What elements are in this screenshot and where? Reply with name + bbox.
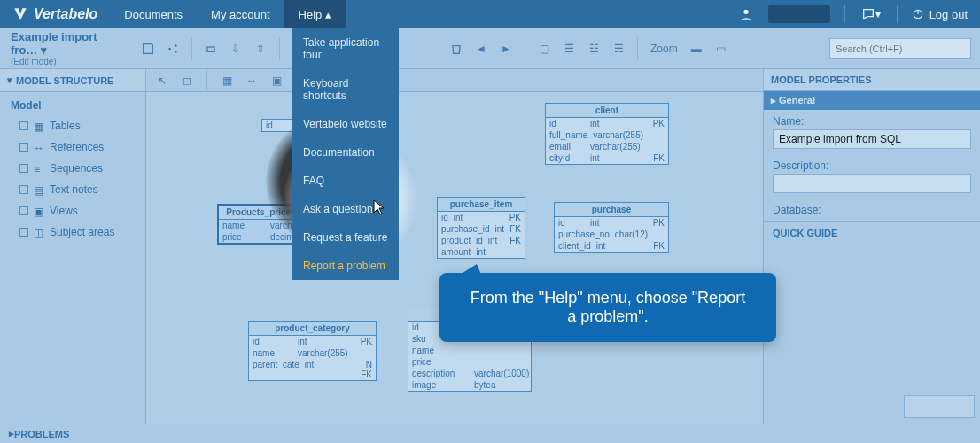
nav-right: ▾ Log out <box>735 3 980 26</box>
prop-db-label: Database: <box>773 204 821 216</box>
right-header: MODEL PROPERTIES <box>764 69 980 91</box>
logout-button[interactable]: Log out <box>912 8 968 21</box>
left-header[interactable]: ▾ MODEL STRUCTURE <box>0 69 145 92</box>
tree-views[interactable]: ▣Views <box>0 200 145 222</box>
entity-purchase[interactable]: purchase idintPK purchase_nochar(12) cli… <box>554 202 669 253</box>
logo-icon <box>12 6 28 22</box>
entity-client[interactable]: client idintPK full_namevarchar(255) ema… <box>545 103 669 165</box>
export-icon[interactable]: ⇩ <box>224 37 247 60</box>
chat-icon[interactable]: ▾ <box>859 3 883 26</box>
table-tool-icon[interactable]: ▦ <box>216 70 237 91</box>
prop-desc: Description: <box>764 154 980 198</box>
minimap[interactable] <box>904 395 975 418</box>
doc-title: Example import fro… <box>11 30 97 57</box>
tree-subjectareas[interactable]: ◫Subject areas <box>0 222 145 243</box>
ref-tool-icon[interactable]: ↔ <box>241 70 262 91</box>
power-icon <box>912 8 924 20</box>
help-faq[interactable]: FAQ <box>292 167 399 195</box>
align2-icon[interactable]: ☰ <box>557 37 580 60</box>
logout-label: Log out <box>929 8 968 21</box>
nav-help-label: Help <box>299 8 323 21</box>
tree-tables[interactable]: ▦Tables <box>0 115 145 136</box>
entity-product-category-title: product_category <box>249 322 376 336</box>
prop-desc-input[interactable] <box>773 174 971 193</box>
entity-product-category[interactable]: product_category idintPK namevarchar(255… <box>248 321 377 381</box>
redo-icon[interactable]: ► <box>494 37 517 60</box>
quick-guide-header[interactable]: QUICK GUIDE <box>764 222 980 244</box>
canvas-toolstrip: ↖ ◻ ▦ ↔ ▣ ◫ <box>146 69 763 92</box>
help-website[interactable]: Vertabelo website <box>292 110 399 138</box>
user-icon[interactable] <box>735 3 758 26</box>
help-shortcuts[interactable]: Keyboard shortcuts <box>292 69 399 110</box>
view-tool-icon[interactable]: ▣ <box>266 70 287 91</box>
prop-name-input[interactable] <box>773 129 971 149</box>
nav-myaccount[interactable]: My account <box>197 0 284 28</box>
brand-text: Vertabelo <box>34 6 97 22</box>
search-input[interactable] <box>829 38 971 59</box>
nav-help[interactable]: Help ▴ <box>284 0 346 28</box>
logo: Vertabelo <box>0 6 110 22</box>
prop-name: Name: <box>764 110 980 154</box>
help-tour[interactable]: Take application tour <box>292 28 399 69</box>
prop-db: Database: <box>764 198 980 222</box>
doc-name[interactable]: Example import fro… ▾ (Edit mode) <box>0 25 133 72</box>
bottom-bar[interactable]: ▸ PROBLEMS <box>0 424 980 443</box>
share-icon[interactable] <box>161 37 184 60</box>
entity-client-title: client <box>546 104 668 118</box>
svg-point-4 <box>175 44 177 47</box>
undo-icon[interactable]: ◄ <box>470 37 493 60</box>
problems-label: PROBLEMS <box>14 429 69 439</box>
prop-desc-label: Description: <box>773 159 828 172</box>
svg-point-0 <box>743 10 748 14</box>
help-report[interactable]: Report a problem <box>292 252 399 280</box>
tree-root[interactable]: Model <box>0 96 145 115</box>
doc-mode: (Edit mode) <box>11 57 122 66</box>
delete-icon[interactable] <box>445 37 468 60</box>
section-general[interactable]: ▸ General <box>764 91 980 110</box>
pointer-tool-icon[interactable]: ↖ <box>152 70 173 91</box>
svg-point-3 <box>168 47 171 50</box>
save-icon[interactable] <box>136 37 159 60</box>
top-nav: Vertabelo Documents My account Help ▴ ▾ … <box>0 0 980 28</box>
align4-icon[interactable]: ☴ <box>607 37 630 60</box>
tree-textnotes[interactable]: ▤Text notes <box>0 179 145 200</box>
diagram-canvas[interactable]: id client idintPK full_namevarchar(255) … <box>146 92 763 424</box>
zoom-100-icon[interactable]: ▭ <box>710 37 733 60</box>
prop-name-label: Name: <box>773 115 804 128</box>
entity-purchase-item-title: purchase_item <box>438 198 525 212</box>
tree-sequences[interactable]: ≡Sequences <box>0 158 145 179</box>
help-docs[interactable]: Documentation <box>292 138 399 167</box>
marquee-tool-icon[interactable]: ◻ <box>176 70 198 91</box>
help-dropdown: Take application tour Keyboard shortcuts… <box>292 28 399 280</box>
user-name-block[interactable] <box>768 5 830 23</box>
import-icon[interactable]: ⇧ <box>249 37 272 60</box>
doc-toolbar: Example import fro… ▾ (Edit mode) ⇩ ⇧ ▣ … <box>0 28 980 69</box>
entity-purchase-title: purchase <box>555 203 668 217</box>
tutorial-callout: From the "Help" menu, choose "Report a p… <box>439 273 776 342</box>
tree-references[interactable]: ↔References <box>0 136 145 158</box>
zoom-label: Zoom <box>650 43 678 55</box>
zoom-fit-icon[interactable]: ▬ <box>685 37 708 60</box>
cursor-icon <box>372 198 386 216</box>
align1-icon[interactable]: ▢ <box>533 37 556 60</box>
svg-rect-6 <box>207 47 214 51</box>
right-panel: MODEL PROPERTIES ▸ General Name: Descrip… <box>763 69 980 424</box>
align3-icon[interactable]: ☳ <box>582 37 605 60</box>
print-icon[interactable] <box>199 37 222 60</box>
left-panel: ▾ MODEL STRUCTURE Model ▦Tables ↔Referen… <box>0 69 146 424</box>
nav-documents[interactable]: Documents <box>110 0 197 28</box>
help-feature[interactable]: Request a feature <box>292 223 399 252</box>
search-wrap <box>829 38 971 59</box>
svg-point-5 <box>175 51 177 53</box>
